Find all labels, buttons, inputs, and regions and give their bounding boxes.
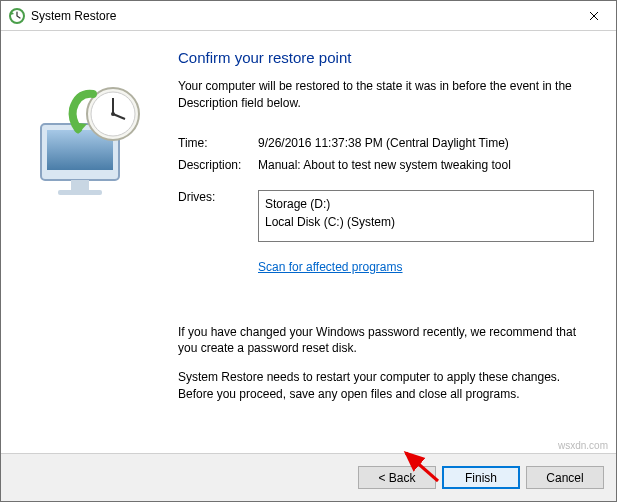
svg-rect-4 bbox=[71, 180, 89, 190]
page-heading: Confirm your restore point bbox=[178, 49, 594, 66]
drive-item[interactable]: Local Disk (C:) (System) bbox=[265, 213, 587, 231]
scan-affected-programs-link[interactable]: Scan for affected programs bbox=[258, 260, 594, 274]
finish-button[interactable]: Finish bbox=[442, 466, 520, 489]
time-row: Time: 9/26/2016 11:37:38 PM (Central Day… bbox=[178, 136, 594, 150]
titlebar: System Restore bbox=[1, 1, 616, 31]
svg-point-10 bbox=[111, 112, 115, 116]
left-column bbox=[23, 49, 178, 443]
watermark: wsxdn.com bbox=[558, 440, 608, 451]
back-button[interactable]: < Back bbox=[358, 466, 436, 489]
dialog-body: Confirm your restore point Your computer… bbox=[1, 31, 616, 453]
right-column: Confirm your restore point Your computer… bbox=[178, 49, 594, 443]
page-subtext: Your computer will be restored to the st… bbox=[178, 78, 594, 112]
time-label: Time: bbox=[178, 136, 258, 150]
drives-label: Drives: bbox=[178, 190, 258, 204]
close-button[interactable] bbox=[571, 1, 616, 30]
description-row: Description: Manual: About to test new s… bbox=[178, 158, 594, 172]
system-restore-icon bbox=[9, 8, 25, 24]
description-value: Manual: About to test new system tweakin… bbox=[258, 158, 594, 172]
password-notice: If you have changed your Windows passwor… bbox=[178, 324, 594, 358]
svg-rect-5 bbox=[58, 190, 102, 195]
restore-illustration-icon bbox=[23, 74, 153, 204]
description-label: Description: bbox=[178, 158, 258, 172]
system-restore-window: System Restore bbox=[0, 0, 617, 502]
window-title: System Restore bbox=[31, 9, 116, 23]
drives-row: Drives: Storage (D:) Local Disk (C:) (Sy… bbox=[178, 190, 594, 242]
cancel-button[interactable]: Cancel bbox=[526, 466, 604, 489]
drives-listbox[interactable]: Storage (D:) Local Disk (C:) (System) bbox=[258, 190, 594, 242]
drive-item[interactable]: Storage (D:) bbox=[265, 195, 587, 213]
restart-notice: System Restore needs to restart your com… bbox=[178, 369, 594, 403]
time-value: 9/26/2016 11:37:38 PM (Central Daylight … bbox=[258, 136, 594, 150]
dialog-footer: < Back Finish Cancel bbox=[1, 453, 616, 501]
